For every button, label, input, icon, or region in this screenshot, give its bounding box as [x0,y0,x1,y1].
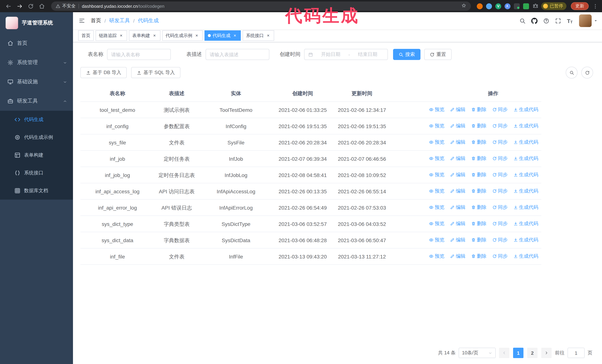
hamburger-icon[interactable] [73,17,91,24]
generate-code-link[interactable]: 生成代码 [514,138,538,146]
fullscreen-icon[interactable] [552,14,563,27]
address-bar[interactable]: 不安全 dashboard.yudao.iocoder.cn/tool/code… [51,1,471,11]
extensions-puzzle-icon[interactable] [532,3,538,9]
delete-link[interactable]: 删除 [471,187,486,195]
bookmark-star-icon[interactable] [461,3,466,9]
edit-link[interactable]: 编辑 [450,236,465,244]
import-db-button[interactable]: 基于 DB 导入 [80,67,127,78]
edit-link[interactable]: 编辑 [450,138,465,146]
sidebar-item-dev-tools[interactable]: 研发工具 [0,92,73,111]
delete-link[interactable]: 删除 [471,203,486,211]
sync-link[interactable]: 同步 [492,203,507,211]
reload-icon[interactable] [26,1,36,11]
date-range-picker[interactable]: 开始日期 - 结束日期 [304,49,388,60]
import-sql-button[interactable]: 基于 SQL 导入 [131,67,181,78]
preview-link[interactable]: 预览 [429,171,444,179]
kebab-menu-icon[interactable] [592,3,598,9]
preview-link[interactable]: 预览 [429,122,444,130]
tab-trace[interactable]: 链路追踪 [96,30,127,41]
preview-link[interactable]: 预览 [429,154,444,163]
extension-icon[interactable] [514,3,520,9]
tab-system-api[interactable]: 系统接口 [243,30,274,41]
logo[interactable]: 芋道管理系统 [0,12,73,34]
paused-badge[interactable]: 已暂停 [541,2,566,10]
close-icon[interactable] [118,33,124,38]
toggle-search-button[interactable] [566,67,578,79]
sync-link[interactable]: 同步 [492,154,507,163]
forward-icon[interactable] [15,1,24,11]
edit-link[interactable]: 编辑 [450,105,465,114]
extension-icon[interactable] [523,3,529,9]
preview-link[interactable]: 预览 [429,236,444,244]
security-status[interactable]: 不安全 [55,3,75,9]
breadcrumb-home[interactable]: 首页 [91,17,101,24]
tab-codegen-example[interactable]: 代码生成示例 [162,30,203,41]
generate-code-link[interactable]: 生成代码 [514,252,538,260]
extension-icon[interactable] [495,3,501,9]
edit-link[interactable]: 编辑 [450,154,465,163]
prev-page-button[interactable] [499,348,509,358]
close-icon[interactable] [266,33,271,38]
edit-link[interactable]: 编辑 [450,187,465,195]
edit-link[interactable]: 编辑 [450,171,465,179]
font-size-icon[interactable] [564,14,575,27]
table-desc-input[interactable] [206,49,269,60]
sync-link[interactable]: 同步 [492,105,507,114]
preview-link[interactable]: 预览 [429,203,444,211]
tab-codegen[interactable]: 代码生成 [204,30,241,41]
generate-code-link[interactable]: 生成代码 [514,171,538,179]
delete-link[interactable]: 删除 [471,252,486,260]
sync-link[interactable]: 同步 [492,138,507,146]
generate-code-link[interactable]: 生成代码 [514,105,538,114]
preview-link[interactable]: 预览 [429,219,444,228]
edit-link[interactable]: 编辑 [450,122,465,130]
edit-link[interactable]: 编辑 [450,203,465,211]
close-icon[interactable] [232,33,237,38]
sync-link[interactable]: 同步 [492,219,507,228]
generate-code-link[interactable]: 生成代码 [514,203,538,211]
preview-link[interactable]: 预览 [429,252,444,260]
goto-page-input[interactable] [568,348,585,358]
generate-code-link[interactable]: 生成代码 [514,219,538,228]
page-size-select[interactable]: 10条/页 [459,348,496,358]
tab-home[interactable]: 首页 [78,30,94,41]
sync-link[interactable]: 同步 [492,171,507,179]
caret-down-icon[interactable] [594,19,598,23]
github-icon[interactable] [529,14,540,27]
generate-code-link[interactable]: 生成代码 [514,236,538,244]
generate-code-link[interactable]: 生成代码 [514,154,538,163]
search-icon[interactable] [517,14,528,27]
back-icon[interactable] [4,1,13,11]
extension-icon[interactable] [477,3,483,9]
page-2-button[interactable]: 2 [527,348,538,358]
sidebar-item-infrastructure[interactable]: 基础设施 [0,72,73,92]
reset-button[interactable]: 重置 [424,49,452,60]
delete-link[interactable]: 删除 [471,122,486,130]
sidebar-item-form-builder[interactable]: 表单构建 [0,146,73,164]
preview-link[interactable]: 预览 [429,138,444,146]
close-icon[interactable] [194,33,199,38]
sidebar-item-codegen[interactable]: 代码生成 [0,111,73,128]
delete-link[interactable]: 删除 [471,219,486,228]
refresh-button[interactable] [581,67,593,79]
extension-icon[interactable] [486,3,492,9]
sync-link[interactable]: 同步 [492,236,507,244]
edit-link[interactable]: 编辑 [450,252,465,260]
preview-link[interactable]: 预览 [429,105,444,114]
help-icon[interactable] [540,14,552,27]
sync-link[interactable]: 同步 [492,252,507,260]
delete-link[interactable]: 删除 [471,105,486,114]
preview-link[interactable]: 预览 [429,187,444,195]
breadcrumb-dev-tools[interactable]: 研发工具 [109,17,130,24]
delete-link[interactable]: 删除 [471,154,486,163]
generate-code-link[interactable]: 生成代码 [514,187,538,195]
sidebar-item-db-doc[interactable]: 数据库文档 [0,182,73,200]
table-name-input[interactable] [107,49,171,60]
sidebar-item-home[interactable]: 首页 [0,34,73,53]
sidebar-item-codegen-example[interactable]: 代码生成示例 [0,128,73,146]
delete-link[interactable]: 删除 [471,138,486,146]
avatar[interactable] [579,14,592,27]
sidebar-item-system-api[interactable]: 系统接口 [0,164,73,182]
delete-link[interactable]: 删除 [471,171,486,179]
search-button[interactable]: 搜索 [393,49,420,60]
